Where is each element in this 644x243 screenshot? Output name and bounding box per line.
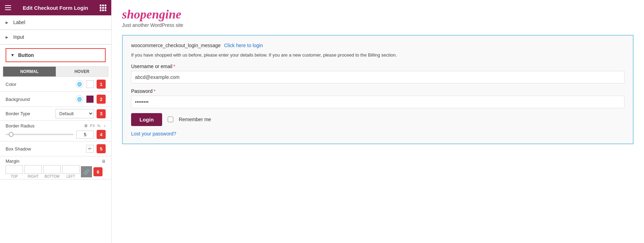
input-section-text: Input bbox=[13, 34, 24, 40]
button-section-wrapper: ▼ Button bbox=[0, 45, 111, 62]
margin-right-input[interactable]: 20 bbox=[24, 165, 42, 174]
password-required: * bbox=[153, 88, 155, 94]
slider-row: 5 4 bbox=[6, 130, 106, 140]
link-margin-button[interactable]: 🔗 bbox=[81, 166, 92, 177]
border-type-select[interactable]: Default None Solid Dashed Dotted bbox=[55, 109, 94, 118]
border-radius-label: Border Radius bbox=[6, 123, 82, 128]
page-title: Edit Checkout Form Login bbox=[23, 5, 88, 11]
color-label: Color bbox=[6, 82, 73, 87]
button-section: ▼ Button bbox=[6, 48, 106, 62]
username-field: Username or email * bbox=[131, 64, 624, 83]
left-panel: Edit Checkout Form Login ▶ Label ▶ Input… bbox=[0, 0, 112, 243]
margin-bottom-label: BOTTOM bbox=[45, 175, 60, 178]
monitor-icon: 🖥 bbox=[84, 123, 88, 128]
step-badge-3: 3 bbox=[97, 109, 106, 118]
chevron-down-icon: ▼ bbox=[10, 53, 15, 58]
border-type-label: Border Type bbox=[6, 111, 53, 116]
notice-text: woocommerce_checkout_login_message bbox=[131, 43, 221, 48]
margin-header: Margin 🖥 bbox=[6, 159, 106, 164]
username-label: Username or email * bbox=[131, 64, 624, 69]
margin-left-wrap: 0 LEFT bbox=[62, 165, 79, 178]
step-badge-2: 2 bbox=[97, 95, 106, 104]
login-notice: woocommerce_checkout_login_message Click… bbox=[131, 43, 624, 48]
edit-icon[interactable]: ✏ bbox=[86, 145, 94, 153]
apps-icon[interactable] bbox=[100, 5, 106, 11]
margin-left-label: LEFT bbox=[67, 175, 75, 178]
margin-top-wrap: 0 TOP bbox=[6, 165, 23, 178]
color-swatch[interactable] bbox=[86, 80, 94, 88]
site-subtitle: Just another WordPress site bbox=[122, 22, 634, 28]
button-section-header[interactable]: ▼ Button bbox=[10, 52, 101, 58]
checkout-form: woocommerce_checkout_login_message Click… bbox=[122, 35, 634, 144]
remember-checkbox[interactable] bbox=[168, 117, 173, 122]
background-globe-icon[interactable]: 🌐 bbox=[76, 95, 83, 103]
login-notice-link[interactable]: Click here to login bbox=[224, 43, 263, 48]
px-label: PX bbox=[90, 124, 95, 128]
step-badge-5: 5 bbox=[97, 144, 106, 153]
color-row: Color 🌐 1 bbox=[0, 77, 111, 91]
margin-monitor-icon: 🖥 bbox=[101, 159, 106, 164]
margin-left-input[interactable]: 0 bbox=[62, 165, 79, 174]
step-badge-1: 1 bbox=[97, 80, 106, 89]
top-bar: Edit Checkout Form Login bbox=[0, 0, 111, 15]
right-panel: shopengine Just another WordPress site w… bbox=[112, 0, 644, 243]
actions-row: Login Remember me bbox=[131, 113, 624, 126]
margin-right-label: RIGHT bbox=[28, 175, 38, 178]
password-label: Password * bbox=[131, 88, 624, 94]
box-shadow-label: Box Shadow bbox=[6, 146, 83, 152]
remember-label: Remember me bbox=[179, 117, 211, 122]
label-section-text: Label bbox=[13, 20, 25, 25]
tab-normal[interactable]: NORMAL bbox=[3, 67, 56, 76]
site-title: shopengine bbox=[122, 7, 634, 22]
margin-row: Margin 🖥 0 TOP 20 RIGHT 10 BOTTOM 0 bbox=[0, 156, 111, 179]
background-swatch[interactable] bbox=[86, 95, 94, 103]
lost-password-link[interactable]: Lost your password? bbox=[131, 131, 624, 137]
margin-top-label: TOP bbox=[11, 175, 18, 178]
border-radius-input[interactable]: 5 bbox=[76, 131, 94, 139]
margin-inputs: 0 TOP 20 RIGHT 10 BOTTOM 0 LEFT 🔗 6 bbox=[6, 165, 106, 178]
step-badge-4: 4 bbox=[97, 130, 106, 139]
state-tabs: NORMAL HOVER bbox=[3, 66, 108, 77]
margin-bottom-input[interactable]: 10 bbox=[43, 165, 61, 174]
login-button[interactable]: Login bbox=[131, 113, 162, 126]
login-description: If you have shopped with us before, plea… bbox=[131, 52, 624, 59]
password-field: Password * bbox=[131, 88, 624, 108]
username-required: * bbox=[173, 64, 175, 69]
margin-label: Margin bbox=[6, 159, 99, 164]
hamburger-icon[interactable] bbox=[5, 5, 11, 10]
margin-bottom-wrap: 10 BOTTOM bbox=[43, 165, 61, 178]
step-badge-6: 6 bbox=[93, 167, 103, 176]
username-input[interactable] bbox=[131, 71, 624, 83]
button-section-label: Button bbox=[18, 52, 34, 58]
collapse-icon[interactable]: ‹ bbox=[104, 123, 106, 128]
tab-hover[interactable]: HOVER bbox=[56, 67, 108, 76]
color-globe-icon[interactable]: 🌐 bbox=[76, 80, 83, 88]
background-row: Background 🌐 2 bbox=[0, 92, 111, 106]
percent-label: % bbox=[97, 124, 101, 128]
background-label: Background bbox=[6, 97, 73, 102]
site-header: shopengine Just another WordPress site bbox=[112, 0, 644, 31]
chevron-right-icon: ▶ bbox=[6, 21, 10, 24]
chevron-right-icon: ▶ bbox=[6, 35, 10, 39]
border-radius-slider[interactable] bbox=[6, 134, 74, 135]
box-shadow-row: Box Shadow ✏ 5 bbox=[0, 141, 111, 156]
border-type-row: Border Type Default None Solid Dashed Do… bbox=[0, 107, 111, 120]
panel-content: ▶ Label ▶ Input ▼ Button NORMAL HOVER bbox=[0, 15, 111, 243]
border-radius-header: Border Radius 🖥 PX % ‹ bbox=[6, 123, 106, 128]
label-section[interactable]: ▶ Label bbox=[0, 15, 111, 30]
password-input[interactable] bbox=[131, 96, 624, 108]
margin-right-wrap: 20 RIGHT bbox=[24, 165, 42, 178]
margin-top-input[interactable]: 0 bbox=[6, 165, 23, 174]
border-radius-row: Border Radius 🖥 PX % ‹ 5 4 bbox=[0, 121, 111, 141]
input-section[interactable]: ▶ Input bbox=[0, 30, 111, 44]
